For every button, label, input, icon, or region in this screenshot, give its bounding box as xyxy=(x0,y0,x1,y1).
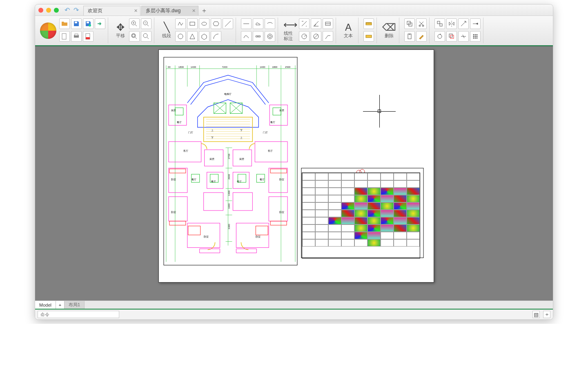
svg-point-43 xyxy=(473,38,474,39)
line-tool[interactable]: ╲ 线段 xyxy=(159,18,174,43)
zoom-out-button[interactable] xyxy=(141,18,151,29)
polyline-button[interactable] xyxy=(175,18,186,29)
zoom-window-icon[interactable] xyxy=(54,8,59,13)
leader-button[interactable] xyxy=(323,31,333,42)
redo-button[interactable]: ↷ xyxy=(72,6,80,14)
hline-button[interactable] xyxy=(241,18,252,29)
ellipse-button[interactable] xyxy=(199,18,209,29)
svg-text:卧室: 卧室 xyxy=(279,211,284,213)
minimize-window-icon[interactable] xyxy=(46,8,51,13)
open-button[interactable] xyxy=(59,18,70,29)
add-layout-button[interactable]: + xyxy=(56,301,65,309)
linear-dim-icon: ⟷ xyxy=(283,20,297,30)
saveas-button[interactable] xyxy=(83,18,94,29)
svg-text:卧室: 卧室 xyxy=(204,235,209,238)
toolbar-group-measure xyxy=(361,18,377,43)
delete-tool[interactable]: ⌫ 删除 xyxy=(382,18,396,43)
svg-text:卧室: 卧室 xyxy=(171,211,176,213)
app-logo-icon xyxy=(40,22,56,39)
extend-button[interactable] xyxy=(470,18,481,29)
svg-rect-14 xyxy=(190,22,195,25)
area-button[interactable] xyxy=(363,31,374,42)
tab-layout1-label: 布局1 xyxy=(69,302,80,308)
new-tab-button[interactable]: ＋ xyxy=(199,6,209,16)
mirror-button[interactable] xyxy=(446,18,457,29)
revcloud-button[interactable] xyxy=(253,31,263,42)
close-tab-icon[interactable]: ✕ xyxy=(192,8,196,13)
radius-dim-button[interactable] xyxy=(299,31,310,42)
aligned-dim-button[interactable] xyxy=(299,18,310,29)
dist-button[interactable] xyxy=(363,18,374,29)
tab-model[interactable]: Model xyxy=(35,301,56,309)
close-window-icon[interactable] xyxy=(38,8,43,13)
donut-button[interactable] xyxy=(265,31,275,42)
scale-button[interactable] xyxy=(458,18,469,29)
rectangle-button[interactable] xyxy=(187,18,198,29)
svg-rect-114 xyxy=(256,226,268,235)
svg-text:厨房: 厨房 xyxy=(239,157,244,160)
copy-button[interactable] xyxy=(404,18,415,29)
zoom-window-button[interactable] xyxy=(129,31,140,42)
toolbar-group-curves xyxy=(238,18,278,43)
ortho-toggle-icon[interactable]: ＋ xyxy=(543,311,550,318)
toolbar-group-dimension: ⟷ 线性标注 xyxy=(281,18,336,43)
svg-text:餐厅: 餐厅 xyxy=(192,178,196,181)
diameter-dim-button[interactable] xyxy=(311,31,321,42)
svg-rect-128 xyxy=(204,193,223,211)
continue-dim-button[interactable] xyxy=(323,18,333,29)
snap-toggle-icon[interactable]: ▧ xyxy=(532,311,540,318)
drawing-canvas[interactable]: 00 1800 1400 7200 1400 1800 2500 xyxy=(35,45,553,301)
xline-button[interactable] xyxy=(223,18,233,29)
new-button[interactable] xyxy=(59,31,70,42)
svg-text:1600: 1600 xyxy=(228,190,230,196)
print-button[interactable] xyxy=(71,31,82,42)
tab-layout1[interactable]: 布局1 xyxy=(65,301,85,309)
cut-button[interactable] xyxy=(416,18,427,29)
arc-button[interactable] xyxy=(211,31,221,42)
tab-document[interactable]: 多层小高等.dwg ✕ xyxy=(141,6,198,16)
text-label: 文本 xyxy=(344,33,353,38)
export-pdf-button[interactable] xyxy=(83,31,94,42)
pan-tool[interactable]: ✥ 平移 xyxy=(113,18,128,43)
hexagon-button[interactable] xyxy=(211,18,221,29)
svg-rect-46 xyxy=(164,57,297,265)
brush-button[interactable] xyxy=(416,31,427,42)
export-button[interactable] xyxy=(95,18,105,29)
svg-point-45 xyxy=(477,38,478,39)
svg-rect-110 xyxy=(269,197,287,221)
cloud-button[interactable] xyxy=(253,18,263,29)
toolbar-group-file xyxy=(38,18,108,43)
zoom-in-button[interactable] xyxy=(129,18,140,29)
polygon-button[interactable] xyxy=(199,31,209,42)
offset-button[interactable] xyxy=(446,31,457,42)
angular-dim-button[interactable] xyxy=(311,18,321,29)
linear-dim-tool[interactable]: ⟷ 线性标注 xyxy=(283,18,298,43)
triangle-button[interactable] xyxy=(187,31,198,42)
titlebar: ↶ ↷ 欢迎页 ✕ 多层小高等.dwg ✕ ＋ xyxy=(35,4,553,16)
svg-rect-10 xyxy=(132,34,135,37)
trim-button[interactable] xyxy=(458,31,469,42)
ribbon-toolbar: ✥ 平移 ╲ 线段 xyxy=(35,16,553,45)
tab-welcome[interactable]: 欢迎页 ✕ xyxy=(83,6,140,16)
close-tab-icon[interactable]: ✕ xyxy=(134,8,138,13)
svg-text:7200: 7200 xyxy=(222,66,228,68)
spline-button[interactable] xyxy=(241,31,252,42)
line-icon: ╲ xyxy=(164,22,169,32)
window-traffic-lights[interactable] xyxy=(38,8,59,13)
rotate-button[interactable] xyxy=(434,31,445,42)
svg-rect-4 xyxy=(87,22,89,23)
svg-rect-1 xyxy=(75,22,77,23)
undo-button[interactable]: ↶ xyxy=(63,6,71,14)
circle-button[interactable] xyxy=(175,31,186,42)
command-input[interactable] xyxy=(38,311,119,318)
block-library-view xyxy=(302,173,420,258)
zoom-extents-button[interactable] xyxy=(141,31,151,42)
array-button[interactable] xyxy=(470,31,481,42)
arc3p-button[interactable] xyxy=(265,18,275,29)
svg-point-15 xyxy=(202,22,207,25)
paste-button[interactable] xyxy=(404,31,415,42)
text-tool[interactable]: A 文本 xyxy=(341,18,356,43)
document-tabs: 欢迎页 ✕ 多层小高等.dwg ✕ ＋ xyxy=(83,4,209,16)
move-button[interactable] xyxy=(434,18,445,29)
save-button[interactable] xyxy=(71,18,82,29)
